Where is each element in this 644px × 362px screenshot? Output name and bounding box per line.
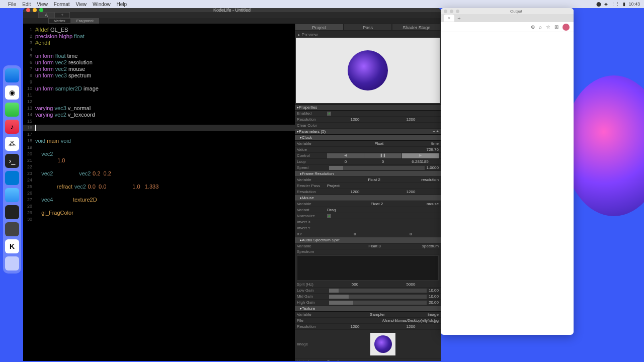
panel-tab-project[interactable]: Project — [295, 24, 344, 31]
frame-res-h[interactable]: 1200 — [383, 190, 439, 194]
menu-edit[interactable]: Edit — [22, 2, 31, 7]
status-icon[interactable]: ◈ — [604, 2, 608, 7]
browser-star-icon[interactable]: ☆ — [546, 24, 550, 30]
tex-var-name[interactable]: image — [428, 312, 439, 317]
tab-a[interactable]: A — [38, 12, 54, 18]
battery-icon[interactable]: ▮ — [623, 2, 625, 7]
clock-loop-a[interactable]: 0 — [327, 159, 364, 164]
clock-loop-c[interactable]: 6.283185 — [401, 159, 439, 164]
mouse-var-name[interactable]: mouse — [427, 202, 439, 206]
macos-menubar: File Edit View Format View Window Help ⬤… — [0, 0, 644, 8]
tex-thumbnail[interactable] — [370, 333, 395, 355]
browser-tab[interactable]: × — [444, 15, 454, 22]
audio-split-a[interactable]: 500 — [327, 282, 383, 287]
dock-music-icon[interactable]: ♪ — [5, 120, 19, 134]
mouse-var-type[interactable]: Float 2 — [327, 202, 427, 206]
window-title: KodeLife - Untitled — [213, 8, 251, 13]
code-editor[interactable]: 1#ifdef GL_ES 2precision highp float; 3#… — [23, 24, 295, 361]
panel-tab-pass[interactable]: Pass — [344, 24, 392, 31]
properties-header[interactable]: ▸ Properties — [295, 105, 441, 111]
tex-res-w[interactable]: 1200 — [327, 324, 383, 329]
dock-app-icon[interactable] — [5, 222, 19, 236]
browser-avatar[interactable] — [562, 24, 570, 31]
parameters-header[interactable]: ▸ Parameters (5)− + — [295, 129, 441, 135]
browser-search-icon[interactable]: ⌕ — [539, 24, 542, 30]
clock-var-name[interactable]: time — [431, 141, 439, 146]
browser-titlebar[interactable]: Output — [441, 8, 574, 14]
audio-mid-label: Mid Gain — [297, 294, 327, 299]
audio-header[interactable]: ▸ Audio Spectrum Split — [295, 237, 441, 243]
tex-var-label: Variable — [297, 312, 327, 317]
dock-mail-icon[interactable] — [5, 188, 19, 202]
audio-high-slider[interactable] — [329, 301, 427, 305]
wifi-icon[interactable]: ⋮⋮ — [611, 2, 620, 7]
mouse-variant-label: Variant — [297, 208, 327, 212]
dock-slack-icon[interactable]: ⁂ — [5, 137, 19, 151]
mouse-xy-b[interactable]: 0 — [383, 232, 439, 236]
minimize-icon[interactable] — [33, 8, 37, 12]
menu-window[interactable]: Window — [93, 2, 111, 7]
frame-res-w[interactable]: 1200 — [327, 190, 383, 194]
maximize-icon[interactable] — [39, 8, 43, 12]
dock-vscode-icon[interactable] — [5, 171, 19, 185]
clock-loop-label: Loop — [297, 159, 327, 164]
menu-view[interactable]: View — [37, 2, 48, 7]
tex-var-type[interactable]: Sampler — [327, 312, 428, 317]
audio-split-b[interactable]: 5000 — [383, 282, 439, 287]
browser-maximize-icon[interactable] — [456, 10, 459, 13]
prop-res-w[interactable]: 1200 — [327, 117, 383, 122]
clock-controls[interactable]: ◀❚❚▶ — [327, 153, 439, 158]
prop-enabled-checkbox[interactable]: ✓ — [327, 112, 331, 116]
menu-help[interactable]: Help — [117, 2, 127, 7]
dock-trash-icon[interactable] — [5, 256, 19, 270]
status-icon[interactable]: ⬤ — [596, 2, 601, 7]
panel-tab-shader[interactable]: Shader Stage — [392, 24, 441, 31]
tex-variant-value[interactable]: Sampler — [327, 359, 439, 361]
audio-var-name[interactable]: spectrum — [422, 244, 439, 248]
dock-chrome-icon[interactable]: ◉ — [5, 85, 19, 100]
dock-figma-icon[interactable] — [5, 205, 19, 219]
audio-mid-slider[interactable] — [329, 295, 427, 299]
frame-var-type[interactable]: Float 2 — [327, 177, 421, 182]
mouse-norm-checkbox[interactable]: ✓ — [327, 214, 331, 218]
menu-format[interactable]: Format — [54, 2, 70, 7]
mouse-xy-label: XY — [297, 232, 327, 236]
clock-header[interactable]: ▸ Clock — [295, 135, 441, 141]
tab-add[interactable]: + — [54, 12, 70, 18]
browser-minimize-icon[interactable] — [450, 10, 453, 13]
frame-header[interactable]: ▸ Frame Resolution — [295, 171, 441, 177]
frame-var-name[interactable]: resolution — [421, 177, 439, 182]
audio-low-slider[interactable] — [329, 289, 427, 293]
mouse-variant-value[interactable]: Drag — [327, 208, 439, 212]
browser-newtab-icon[interactable]: + — [454, 15, 463, 21]
subtab-vertex[interactable]: Vertex — [48, 18, 71, 24]
browser-close-icon[interactable] — [444, 10, 447, 13]
dock-kodelife-icon[interactable]: K — [5, 239, 19, 253]
clock[interactable]: 10:43 — [628, 2, 640, 7]
dock-messages-icon[interactable] — [5, 103, 19, 117]
texture-header[interactable]: ▸ Texture — [295, 306, 441, 312]
clock-loop-b[interactable]: 0 — [364, 159, 401, 164]
tex-file-value[interactable]: /Users/riklomas/Desktop/jellyfish.jpg — [327, 319, 439, 322]
prop-res-h[interactable]: 1200 — [383, 117, 439, 122]
dock-finder-icon[interactable] — [5, 68, 19, 82]
clock-value[interactable]: 729.76 — [327, 147, 439, 152]
tex-res-h[interactable]: 1200 — [383, 324, 439, 329]
clock-var-type[interactable]: Float — [327, 141, 431, 146]
clock-speed-slider[interactable] — [329, 166, 425, 170]
frame-rp-value[interactable]: Project — [327, 184, 439, 188]
mouse-var-label: Variable — [297, 202, 327, 206]
menu-view2[interactable]: View — [76, 2, 87, 7]
preview-header[interactable]: ▸ Preview — [296, 32, 440, 38]
subtab-fragment[interactable]: Fragment — [71, 18, 99, 24]
close-icon[interactable] — [26, 8, 30, 12]
window-titlebar[interactable]: KodeLife - Untitled — [23, 8, 441, 12]
mouse-header[interactable]: ▸ Mouse — [295, 195, 441, 201]
browser-zoom-icon[interactable]: ⊕ — [531, 24, 535, 30]
dock-terminal-icon[interactable]: ›_ — [5, 154, 19, 168]
mouse-xy-a[interactable]: 0 — [327, 232, 383, 236]
browser-ext-icon[interactable]: ⊞ — [554, 24, 558, 30]
menu-file[interactable]: File — [8, 2, 16, 7]
tex-image-label: Image — [297, 342, 327, 346]
audio-var-type[interactable]: Float 3 — [327, 244, 422, 248]
